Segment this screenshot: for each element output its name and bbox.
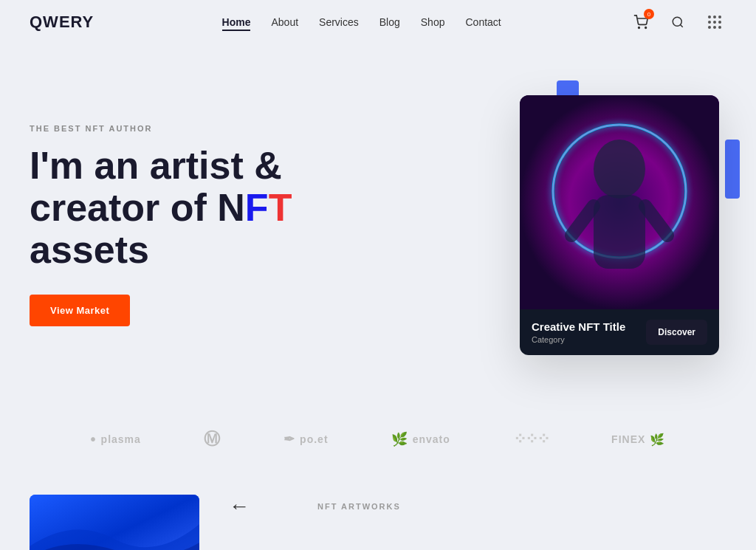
brand-finex-label: FINEX: [611, 433, 645, 445]
main-nav: Home About Services Blog Shop Contact: [222, 16, 501, 28]
back-arrow-icon[interactable]: ←: [229, 495, 250, 518]
cart-button[interactable]: 0: [629, 10, 653, 34]
hero-section: THE BEST NFT AUTHOR I'm an artist & crea…: [0, 44, 756, 399]
blue-artwork: [30, 495, 199, 550]
bottom-right: ← NFT ARTWORKS: [229, 495, 401, 518]
nav-item-contact[interactable]: Contact: [465, 16, 501, 28]
svg-point-7: [594, 140, 645, 199]
hero-title: I'm an artist & creator of NFT assets: [30, 145, 378, 272]
poet-icon: ✒: [284, 431, 295, 447]
svg-point-2: [673, 17, 681, 26]
brand-envato: 🌿 envato: [391, 431, 450, 447]
coinmarket-icon: Ⓜ: [204, 428, 221, 450]
arrow-area: ← NFT ARTWORKS: [229, 495, 401, 518]
hero-title-line2: creator of NFT: [30, 186, 292, 229]
header-icons: 0: [629, 10, 726, 34]
brand-poet-label: po.et: [300, 433, 328, 445]
discover-button[interactable]: Discover: [646, 320, 707, 345]
hero-title-line3: assets: [30, 228, 149, 271]
brand-coinmarket: Ⓜ: [204, 428, 221, 450]
brand-plasma: • plasma: [91, 431, 141, 448]
brands-section: • plasma Ⓜ ✒ po.et 🌿 envato ⁘⁘⁘ FINEX 🌿: [0, 399, 756, 480]
nft-card-title: Creative NFT Title: [532, 320, 625, 333]
grid-icon: [708, 16, 721, 29]
search-button[interactable]: [666, 10, 690, 34]
svg-line-3: [680, 24, 682, 27]
logo: QWERY: [30, 13, 94, 32]
hero-subtitle: THE BEST NFT AUTHOR: [30, 124, 378, 133]
brand-iota: ⁘⁘⁘: [513, 430, 549, 449]
header: QWERY Home About Services Blog Shop Cont…: [0, 0, 756, 44]
brand-poet: ✒ po.et: [284, 431, 328, 447]
hero-title-line1: I'm an artist &: [30, 144, 282, 187]
finex-icon: 🌿: [650, 433, 665, 447]
nav-item-shop[interactable]: Shop: [421, 16, 445, 28]
svg-rect-8: [594, 195, 645, 269]
hero-text: THE BEST NFT AUTHOR I'm an artist & crea…: [30, 124, 378, 327]
svg-point-0: [639, 27, 640, 29]
nft-card-category: Category: [532, 335, 625, 344]
nav-item-services[interactable]: Services: [319, 16, 359, 28]
hero-image-area: Creative NFT Title Category Discover: [378, 95, 726, 355]
grid-menu-button[interactable]: [703, 10, 726, 34]
envato-icon: 🌿: [391, 431, 408, 447]
svg-point-1: [645, 27, 647, 29]
nft-letters: NFT: [217, 186, 292, 229]
nav-item-blog[interactable]: Blog: [379, 16, 400, 28]
nav-item-home[interactable]: Home: [222, 16, 251, 28]
brand-envato-label: envato: [413, 433, 450, 445]
deco-right: [725, 140, 740, 199]
nft-card-details: Creative NFT Title Category: [532, 320, 625, 344]
iota-icon: ⁘⁘⁘: [513, 430, 549, 449]
brand-finex: FINEX 🌿: [611, 433, 665, 447]
nft-card: Creative NFT Title Category Discover: [520, 95, 719, 355]
nav-item-about[interactable]: About: [271, 16, 298, 28]
nft-card-image: [520, 95, 719, 309]
cart-badge: 0: [644, 9, 654, 19]
nft-card-wrapper: Creative NFT Title Category Discover: [520, 95, 726, 355]
nft-artworks-label: NFT ARTWORKS: [317, 502, 401, 511]
plasma-icon: •: [91, 431, 97, 448]
nft-card-info: Creative NFT Title Category Discover: [520, 309, 719, 355]
view-market-button[interactable]: View Market: [30, 295, 130, 326]
bottom-section: ← NFT ARTWORKS: [0, 480, 756, 550]
brand-plasma-label: plasma: [101, 433, 141, 445]
